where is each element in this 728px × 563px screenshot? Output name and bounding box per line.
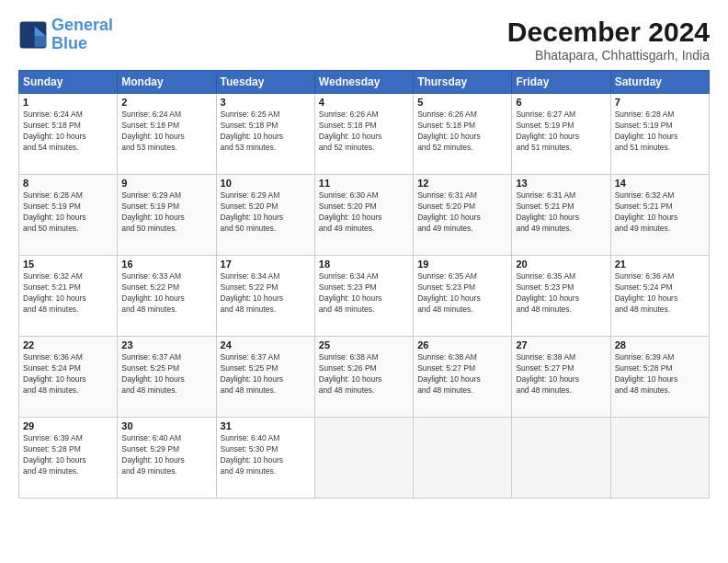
- day-info: Sunrise: 6:32 AMSunset: 5:21 PMDaylight:…: [23, 271, 113, 316]
- day-info: Sunrise: 6:35 AMSunset: 5:23 PMDaylight:…: [516, 271, 606, 316]
- day-number: 1: [23, 97, 113, 108]
- table-row: 27 Sunrise: 6:38 AMSunset: 5:27 PMDaylig…: [512, 337, 610, 418]
- day-number: 27: [516, 339, 606, 350]
- day-info: Sunrise: 6:25 AMSunset: 5:18 PMDaylight:…: [221, 109, 311, 154]
- day-number: 3: [221, 97, 311, 108]
- day-number: 2: [121, 97, 211, 108]
- table-row: 23 Sunrise: 6:37 AMSunset: 5:25 PMDaylig…: [118, 337, 216, 418]
- col-thursday: Thursday: [414, 71, 512, 94]
- col-tuesday: Tuesday: [216, 71, 314, 94]
- day-info: Sunrise: 6:38 AMSunset: 5:27 PMDaylight:…: [417, 352, 507, 396]
- day-number: 9: [121, 178, 211, 189]
- day-number: 11: [319, 178, 409, 189]
- day-info: Sunrise: 6:39 AMSunset: 5:28 PMDaylight:…: [615, 352, 705, 396]
- table-row: 7 Sunrise: 6:28 AMSunset: 5:19 PMDayligh…: [610, 94, 709, 175]
- day-info: Sunrise: 6:24 AMSunset: 5:18 PMDaylight:…: [121, 109, 211, 154]
- day-info: Sunrise: 6:40 AMSunset: 5:29 PMDaylight:…: [121, 433, 211, 477]
- day-info: Sunrise: 6:26 AMSunset: 5:18 PMDaylight:…: [319, 109, 409, 154]
- location: Bhatapara, Chhattisgarh, India: [507, 48, 710, 63]
- table-row: [610, 418, 709, 499]
- table-row: 26 Sunrise: 6:38 AMSunset: 5:27 PMDaylig…: [414, 337, 512, 418]
- day-number: 14: [615, 178, 705, 189]
- table-row: 5 Sunrise: 6:26 AMSunset: 5:18 PMDayligh…: [414, 94, 512, 175]
- day-number: 31: [221, 420, 311, 431]
- day-info: Sunrise: 6:37 AMSunset: 5:25 PMDaylight:…: [121, 352, 211, 396]
- table-row: 31 Sunrise: 6:40 AMSunset: 5:30 PMDaylig…: [216, 418, 314, 499]
- col-sunday: Sunday: [19, 71, 118, 94]
- table-row: [414, 418, 512, 499]
- table-row: 21 Sunrise: 6:36 AMSunset: 5:24 PMDaylig…: [610, 256, 709, 337]
- day-info: Sunrise: 6:30 AMSunset: 5:20 PMDaylight:…: [319, 190, 409, 235]
- day-number: 4: [319, 97, 409, 108]
- table-row: 17 Sunrise: 6:34 AMSunset: 5:22 PMDaylig…: [216, 256, 314, 337]
- day-number: 17: [221, 259, 311, 270]
- day-info: Sunrise: 6:27 AMSunset: 5:19 PMDaylight:…: [516, 109, 606, 154]
- table-row: 6 Sunrise: 6:27 AMSunset: 5:19 PMDayligh…: [512, 94, 610, 175]
- table-row: 9 Sunrise: 6:29 AMSunset: 5:19 PMDayligh…: [118, 175, 216, 256]
- logo-icon: [18, 20, 48, 50]
- calendar-row: 15 Sunrise: 6:32 AMSunset: 5:21 PMDaylig…: [19, 256, 710, 337]
- day-number: 20: [516, 259, 606, 270]
- logo-text: General Blue: [51, 17, 113, 53]
- table-row: 3 Sunrise: 6:25 AMSunset: 5:18 PMDayligh…: [216, 94, 314, 175]
- day-number: 8: [23, 178, 113, 189]
- day-number: 15: [23, 259, 113, 270]
- month-title: December 2024: [507, 17, 710, 48]
- day-info: Sunrise: 6:26 AMSunset: 5:18 PMDaylight:…: [417, 109, 507, 154]
- day-info: Sunrise: 6:24 AMSunset: 5:18 PMDaylight:…: [23, 109, 113, 154]
- table-row: 2 Sunrise: 6:24 AMSunset: 5:18 PMDayligh…: [118, 94, 216, 175]
- table-row: 28 Sunrise: 6:39 AMSunset: 5:28 PMDaylig…: [610, 337, 709, 418]
- table-row: 11 Sunrise: 6:30 AMSunset: 5:20 PMDaylig…: [314, 175, 413, 256]
- calendar-header-row: Sunday Monday Tuesday Wednesday Thursday…: [19, 71, 710, 94]
- day-number: 30: [121, 420, 211, 431]
- calendar-row: 1 Sunrise: 6:24 AMSunset: 5:18 PMDayligh…: [19, 94, 710, 175]
- day-number: 29: [23, 420, 113, 431]
- col-monday: Monday: [118, 71, 216, 94]
- logo-general: General: [51, 16, 113, 34]
- title-block: December 2024 Bhatapara, Chhattisgarh, I…: [507, 17, 710, 63]
- header: General Blue December 2024 Bhatapara, Ch…: [18, 17, 710, 63]
- day-info: Sunrise: 6:34 AMSunset: 5:23 PMDaylight:…: [319, 271, 409, 316]
- day-info: Sunrise: 6:28 AMSunset: 5:19 PMDaylight:…: [23, 190, 113, 235]
- day-number: 7: [615, 97, 705, 108]
- logo-blue: Blue: [51, 34, 87, 52]
- day-number: 28: [615, 339, 705, 350]
- day-info: Sunrise: 6:35 AMSunset: 5:23 PMDaylight:…: [417, 271, 507, 316]
- day-number: 6: [516, 97, 606, 108]
- page: General Blue December 2024 Bhatapara, Ch…: [0, 0, 728, 563]
- calendar-row: 8 Sunrise: 6:28 AMSunset: 5:19 PMDayligh…: [19, 175, 710, 256]
- day-info: Sunrise: 6:29 AMSunset: 5:19 PMDaylight:…: [121, 190, 211, 235]
- day-info: Sunrise: 6:31 AMSunset: 5:20 PMDaylight:…: [417, 190, 507, 235]
- day-number: 24: [221, 339, 311, 350]
- table-row: 16 Sunrise: 6:33 AMSunset: 5:22 PMDaylig…: [118, 256, 216, 337]
- table-row: 18 Sunrise: 6:34 AMSunset: 5:23 PMDaylig…: [314, 256, 413, 337]
- day-info: Sunrise: 6:34 AMSunset: 5:22 PMDaylight:…: [221, 271, 311, 316]
- day-number: 18: [319, 259, 409, 270]
- table-row: 13 Sunrise: 6:31 AMSunset: 5:21 PMDaylig…: [512, 175, 610, 256]
- table-row: 29 Sunrise: 6:39 AMSunset: 5:28 PMDaylig…: [19, 418, 118, 499]
- table-row: 22 Sunrise: 6:36 AMSunset: 5:24 PMDaylig…: [19, 337, 118, 418]
- table-row: [512, 418, 610, 499]
- day-info: Sunrise: 6:38 AMSunset: 5:26 PMDaylight:…: [319, 352, 409, 396]
- day-info: Sunrise: 6:33 AMSunset: 5:22 PMDaylight:…: [121, 271, 211, 316]
- day-number: 10: [221, 178, 311, 189]
- day-number: 16: [121, 259, 211, 270]
- table-row: 8 Sunrise: 6:28 AMSunset: 5:19 PMDayligh…: [19, 175, 118, 256]
- table-row: 19 Sunrise: 6:35 AMSunset: 5:23 PMDaylig…: [414, 256, 512, 337]
- day-info: Sunrise: 6:29 AMSunset: 5:20 PMDaylight:…: [221, 190, 311, 235]
- logo: General Blue: [18, 17, 113, 53]
- table-row: 24 Sunrise: 6:37 AMSunset: 5:25 PMDaylig…: [216, 337, 314, 418]
- col-saturday: Saturday: [610, 71, 709, 94]
- day-info: Sunrise: 6:37 AMSunset: 5:25 PMDaylight:…: [221, 352, 311, 396]
- day-number: 22: [23, 339, 113, 350]
- day-number: 5: [417, 97, 507, 108]
- table-row: [314, 418, 413, 499]
- day-number: 23: [121, 339, 211, 350]
- day-info: Sunrise: 6:36 AMSunset: 5:24 PMDaylight:…: [615, 271, 705, 316]
- svg-marker-2: [35, 36, 47, 46]
- day-number: 26: [417, 339, 507, 350]
- col-wednesday: Wednesday: [314, 71, 413, 94]
- day-number: 12: [417, 178, 507, 189]
- day-info: Sunrise: 6:32 AMSunset: 5:21 PMDaylight:…: [615, 190, 705, 235]
- day-info: Sunrise: 6:39 AMSunset: 5:28 PMDaylight:…: [23, 433, 113, 477]
